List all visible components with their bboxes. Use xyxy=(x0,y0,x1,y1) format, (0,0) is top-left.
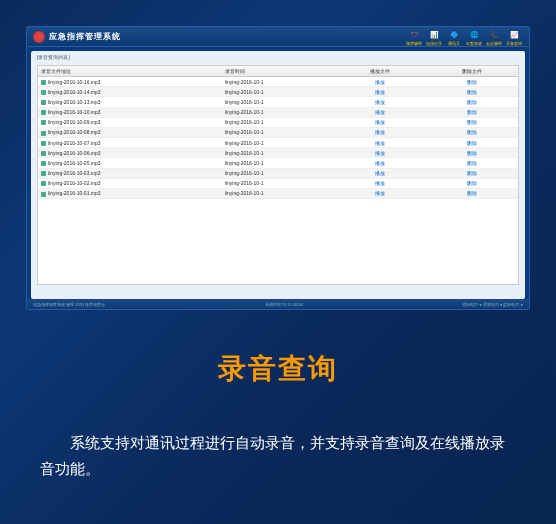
audio-file-icon xyxy=(41,90,46,95)
table-row[interactable]: linying-2016-10-06.mp3linying-2016-10-1播… xyxy=(38,148,518,158)
table-row[interactable]: linying-2016-10-07.mp3linying-2016-10-1播… xyxy=(38,138,518,148)
col-header-play[interactable]: 播放文件 xyxy=(334,66,426,77)
phone-icon: 📞 xyxy=(487,28,501,42)
audio-file-icon xyxy=(41,131,46,136)
cell-file-address: linying-2016-10-07.mp3 xyxy=(38,138,222,148)
play-button[interactable]: 播放 xyxy=(334,168,426,178)
play-button[interactable]: 播放 xyxy=(334,117,426,127)
cell-file-address: linying-2016-10-13.mp3 xyxy=(38,97,222,107)
cell-time: linying-2016-10-1 xyxy=(222,158,334,168)
breadcrumb: [录音查询列表] xyxy=(31,51,525,63)
toolbar-label: 出警派遣 xyxy=(466,42,482,46)
delete-button[interactable]: 删除 xyxy=(426,87,518,97)
play-button[interactable]: 播放 xyxy=(334,127,426,137)
toolbar-button-shield[interactable]: 🛡座席管理 xyxy=(405,28,423,46)
bars-icon: 📊 xyxy=(427,28,441,42)
slide-title: 录音查询 xyxy=(0,350,556,388)
status-center: 系统时间 15:11:50.04 xyxy=(265,302,303,307)
delete-button[interactable]: 删除 xyxy=(426,178,518,188)
app-logo-icon xyxy=(33,31,45,43)
cell-file-address: linying-2016-10-02.mp3 xyxy=(38,178,222,188)
delete-button[interactable]: 删除 xyxy=(426,97,518,107)
table-row[interactable]: linying-2016-10-01.mp3linying-2016-10-1播… xyxy=(38,188,518,198)
cell-file-address: linying-2016-10-09.mp3 xyxy=(38,117,222,127)
cell-time: linying-2016-10-1 xyxy=(222,138,334,148)
cell-file-address: linying-2016-10-14.mp3 xyxy=(38,87,222,97)
recordings-table: 录音文件地址 录音时间 播放文件 删除文件 linying-2016-10-16… xyxy=(38,66,518,199)
audio-file-icon xyxy=(41,120,46,125)
app-header: 应急指挥管理系统 🛡座席管理📊短信记录🔷通讯录🌐出警派遣📞会议管理📈录音查询 xyxy=(27,27,529,47)
cell-file-address: linying-2016-10-01.mp3 xyxy=(38,188,222,198)
play-button[interactable]: 播放 xyxy=(334,138,426,148)
delete-button[interactable]: 删除 xyxy=(426,107,518,117)
cell-file-address: linying-2016-10-03.mp3 xyxy=(38,168,222,178)
status-bar: 应急指挥调度系统 管理 1001 座席调度台 系统时间 15:11:50.04 … xyxy=(27,299,529,309)
col-header-time[interactable]: 录音时间 xyxy=(222,66,334,77)
table-row[interactable]: linying-2016-10-03.mp3linying-2016-10-1播… xyxy=(38,168,518,178)
delete-button[interactable]: 删除 xyxy=(426,158,518,168)
table-row[interactable]: linying-2016-10-14.mp3linying-2016-10-1播… xyxy=(38,87,518,97)
toolbar-label: 录音查询 xyxy=(506,42,522,46)
audio-file-icon xyxy=(41,100,46,105)
cell-time: linying-2016-10-1 xyxy=(222,77,334,87)
app-title: 应急指挥管理系统 xyxy=(49,31,405,42)
play-button[interactable]: 播放 xyxy=(334,77,426,87)
audio-file-icon xyxy=(41,141,46,146)
delete-button[interactable]: 删除 xyxy=(426,168,518,178)
table-row[interactable]: linying-2016-10-02.mp3linying-2016-10-1播… xyxy=(38,178,518,188)
table-row[interactable]: linying-2016-10-08.mp3linying-2016-10-1播… xyxy=(38,127,518,137)
toolbar-button-bars[interactable]: 📊短信记录 xyxy=(425,28,443,46)
table-row[interactable]: linying-2016-10-13.mp3linying-2016-10-1播… xyxy=(38,97,518,107)
play-button[interactable]: 播放 xyxy=(334,148,426,158)
slide-description: 系统支持对通讯过程进行自动录音，并支持录音查询及在线播放录音功能。 xyxy=(40,430,516,481)
audio-file-icon xyxy=(41,151,46,156)
table-row[interactable]: linying-2016-10-09.mp3linying-2016-10-1播… xyxy=(38,117,518,127)
delete-button[interactable]: 删除 xyxy=(426,148,518,158)
shield-icon: 🛡 xyxy=(407,28,421,42)
cell-time: linying-2016-10-1 xyxy=(222,127,334,137)
toolbar-label: 通讯录 xyxy=(448,42,460,46)
toolbar-button-chart[interactable]: 📈录音查询 xyxy=(505,28,523,46)
col-header-delete[interactable]: 删除文件 xyxy=(426,66,518,77)
col-header-address[interactable]: 录音文件地址 xyxy=(38,66,222,77)
audio-file-icon xyxy=(41,161,46,166)
play-button[interactable]: 播放 xyxy=(334,158,426,168)
play-button[interactable]: 播放 xyxy=(334,107,426,117)
table-row[interactable]: linying-2016-10-10.mp3linying-2016-10-1播… xyxy=(38,107,518,117)
app-window: 应急指挥管理系统 🛡座席管理📊短信记录🔷通讯录🌐出警派遣📞会议管理📈录音查询 [… xyxy=(26,26,530,310)
delete-button[interactable]: 删除 xyxy=(426,127,518,137)
cell-file-address: linying-2016-10-16.mp3 xyxy=(38,77,222,87)
play-button[interactable]: 播放 xyxy=(334,178,426,188)
delete-button[interactable]: 删除 xyxy=(426,138,518,148)
toolbar-button-globe[interactable]: 🌐出警派遣 xyxy=(465,28,483,46)
status-left: 应急指挥调度系统 管理 1001 座席调度台 xyxy=(33,302,105,307)
table-row[interactable]: linying-2016-10-16.mp3linying-2016-10-1播… xyxy=(38,77,518,87)
status-right: 强拆电话 ● 强答电话 ● 监听电话 ● xyxy=(462,302,523,307)
audio-file-icon xyxy=(41,181,46,186)
delete-button[interactable]: 删除 xyxy=(426,188,518,198)
globe-icon: 🌐 xyxy=(467,28,481,42)
audio-file-icon xyxy=(41,171,46,176)
cell-file-address: linying-2016-10-06.mp3 xyxy=(38,148,222,158)
audio-file-icon xyxy=(41,192,46,197)
toolbar-button-badge[interactable]: 🔷通讯录 xyxy=(445,28,463,46)
table-header-row: 录音文件地址 录音时间 播放文件 删除文件 xyxy=(38,66,518,77)
delete-button[interactable]: 删除 xyxy=(426,77,518,87)
toolbar-label: 座席管理 xyxy=(406,42,422,46)
play-button[interactable]: 播放 xyxy=(334,97,426,107)
toolbar-button-phone[interactable]: 📞会议管理 xyxy=(485,28,503,46)
cell-time: linying-2016-10-1 xyxy=(222,188,334,198)
recordings-table-wrap: 录音文件地址 录音时间 播放文件 删除文件 linying-2016-10-16… xyxy=(37,65,519,285)
cell-time: linying-2016-10-1 xyxy=(222,87,334,97)
play-button[interactable]: 播放 xyxy=(334,188,426,198)
cell-file-address: linying-2016-10-05.mp3 xyxy=(38,158,222,168)
table-row[interactable]: linying-2016-10-05.mp3linying-2016-10-1播… xyxy=(38,158,518,168)
cell-time: linying-2016-10-1 xyxy=(222,117,334,127)
cell-file-address: linying-2016-10-10.mp3 xyxy=(38,107,222,117)
toolbar-label: 会议管理 xyxy=(486,42,502,46)
delete-button[interactable]: 删除 xyxy=(426,117,518,127)
audio-file-icon xyxy=(41,110,46,115)
play-button[interactable]: 播放 xyxy=(334,87,426,97)
cell-time: linying-2016-10-1 xyxy=(222,97,334,107)
content-area: [录音查询列表] 录音文件地址 录音时间 播放文件 删除文件 linying-2… xyxy=(31,51,525,299)
